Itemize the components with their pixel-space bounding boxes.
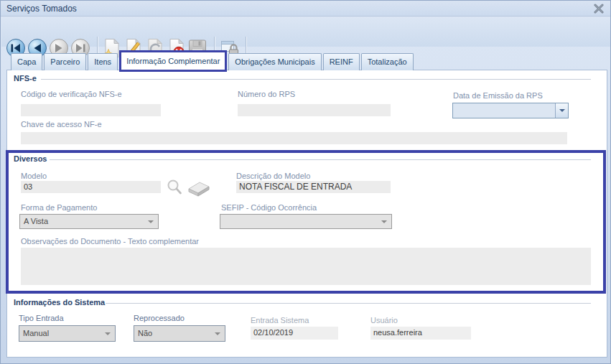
window-title: Serviços Tomados [6,4,77,14]
titlebar: Serviços Tomados [1,1,610,17]
codigo-verificacao-input[interactable] [21,104,161,116]
tab-parceiro[interactable]: Parceiro [44,53,86,70]
chevron-down-icon [559,109,565,112]
eraser-icon [186,180,212,197]
sefip-label: SEFIP - Código Ocorrência [221,203,317,212]
entrada-sistema-label: Entrada Sistema [251,316,309,325]
tab-capa[interactable]: Capa [11,53,42,70]
observacoes-textarea[interactable] [21,248,591,285]
tab-obrigacoes-municipais[interactable]: Obrigações Municipais [228,53,321,70]
diversos-section-title: Diversos [14,154,47,163]
toolbar [1,17,611,47]
chave-acesso-input[interactable] [21,132,567,144]
search-button[interactable] [166,179,183,200]
data-emissao-dropdown-button[interactable] [555,103,568,118]
nfse-section-rule [41,79,591,80]
reprocessado-combobox[interactable]: Não [134,325,225,342]
observacoes-label: Observações do Documento - Texto complem… [21,237,199,246]
reprocessado-label: Reprocessado [134,314,185,322]
tipo-entrada-value: Manual [23,329,49,337]
search-icon [166,179,183,197]
sistema-section-title: Informações do Sistema [14,298,105,307]
forma-pagamento-label: Forma de Pagamento [21,203,97,212]
erase-button[interactable] [186,180,212,200]
services-taken-window: Serviços Tomados [0,0,611,364]
forma-pagamento-value: A Vista [24,217,48,225]
chevron-down-icon [105,332,111,335]
modelo-label: Modelo [21,172,47,180]
sefip-combobox[interactable] [220,214,392,229]
modelo-input[interactable]: 03 [21,181,161,193]
descricao-modelo-label: Descrição do Modelo [236,172,310,180]
numero-rps-input[interactable] [238,104,391,116]
usuario-label: Usuário [370,316,398,325]
chevron-down-icon [381,220,387,223]
data-emissao-rps-label: Data de Emissão da RPS [453,91,543,100]
chevron-down-icon [148,220,154,223]
entrada-sistema-input: 02/10/2019 [251,327,338,340]
tab-totalizacao[interactable]: Totalização [361,53,414,70]
tab-reinf[interactable]: REINF [323,53,360,70]
tipo-entrada-label: Tipo Entrada [19,314,64,322]
tab-itens[interactable]: Itens [88,53,118,70]
descricao-modelo-input[interactable]: NOTA FISCAL DE ENTRADA [236,181,391,193]
data-emissao-rps-combobox[interactable] [452,103,569,118]
reprocessado-value: Não [138,329,152,337]
chevron-down-icon [215,332,220,335]
close-button[interactable] [593,4,605,14]
diversos-section-rule [50,159,591,160]
codigo-verificacao-label: Código de verificação NFS-e [21,90,122,98]
nfse-section-title: NFS-e [14,74,37,83]
tipo-entrada-combobox[interactable]: Manual [19,325,116,342]
forma-pagamento-combobox[interactable]: A Vista [19,214,159,229]
tabstrip: Capa Parceiro Itens Informação Complemen… [11,49,415,70]
close-icon [593,4,605,14]
chave-acesso-label: Chave de acesso NF-e [21,120,102,129]
tab-informacao-complementar[interactable]: Informação Complementar [119,50,227,72]
sistema-section-rule [106,303,591,304]
numero-rps-label: Número do RPS [238,90,295,98]
usuario-input: neusa.ferreira [370,327,471,340]
